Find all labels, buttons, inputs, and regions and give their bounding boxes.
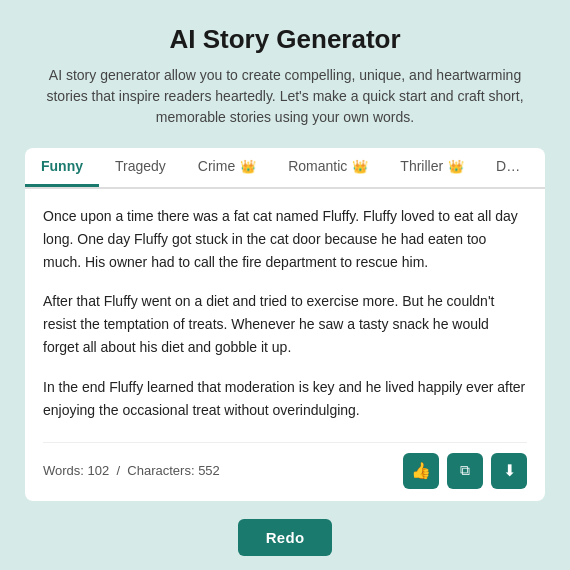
tab-tragedy[interactable]: Tragedy (99, 148, 182, 187)
tabs-row: Funny Tragedy Crime 👑 Romantic 👑 Thrille… (25, 148, 545, 188)
story-paragraph-2: After that Fluffy went on a diet and tri… (43, 290, 527, 359)
tab-thriller[interactable]: Thriller 👑 (384, 148, 480, 187)
tab-tragedy-label: Tragedy (115, 158, 166, 174)
story-text: Once upon a time there was a fat cat nam… (43, 205, 527, 422)
copy-button[interactable]: ⧉ (447, 453, 483, 489)
download-icon: ⬇ (503, 461, 516, 480)
redo-button[interactable]: Redo (238, 519, 333, 556)
like-button[interactable]: 👍 (403, 453, 439, 489)
like-icon: 👍 (411, 461, 431, 480)
char-count-label: Characters: 552 (127, 463, 220, 478)
tab-funny[interactable]: Funny (25, 148, 99, 187)
page-subtitle: AI story generator allow you to create c… (45, 65, 525, 128)
tab-romantic[interactable]: Romantic 👑 (272, 148, 384, 187)
tab-more[interactable]: D… (480, 148, 536, 187)
tab-crime[interactable]: Crime 👑 (182, 148, 272, 187)
word-count-label: Words: 102 (43, 463, 109, 478)
word-count: Words: 102 / Characters: 552 (43, 463, 220, 478)
story-footer: Words: 102 / Characters: 552 👍 ⧉ ⬇ (43, 442, 527, 489)
tab-romantic-label: Romantic (288, 158, 347, 174)
tab-thriller-label: Thriller (400, 158, 443, 174)
separator: / (113, 463, 127, 478)
crown-icon: 👑 (448, 159, 464, 174)
tab-funny-label: Funny (41, 158, 83, 174)
story-paragraph-1: Once upon a time there was a fat cat nam… (43, 205, 527, 274)
tabs-container: Funny Tragedy Crime 👑 Romantic 👑 Thrille… (25, 148, 545, 189)
story-card: Once upon a time there was a fat cat nam… (25, 189, 545, 501)
copy-icon: ⧉ (460, 462, 470, 479)
tab-crime-label: Crime (198, 158, 235, 174)
story-paragraph-3: In the end Fluffy learned that moderatio… (43, 376, 527, 422)
tab-more-label: D… (496, 158, 520, 174)
page-title: AI Story Generator (169, 24, 400, 55)
action-buttons: 👍 ⧉ ⬇ (403, 453, 527, 489)
crown-icon: 👑 (240, 159, 256, 174)
download-button[interactable]: ⬇ (491, 453, 527, 489)
crown-icon: 👑 (352, 159, 368, 174)
